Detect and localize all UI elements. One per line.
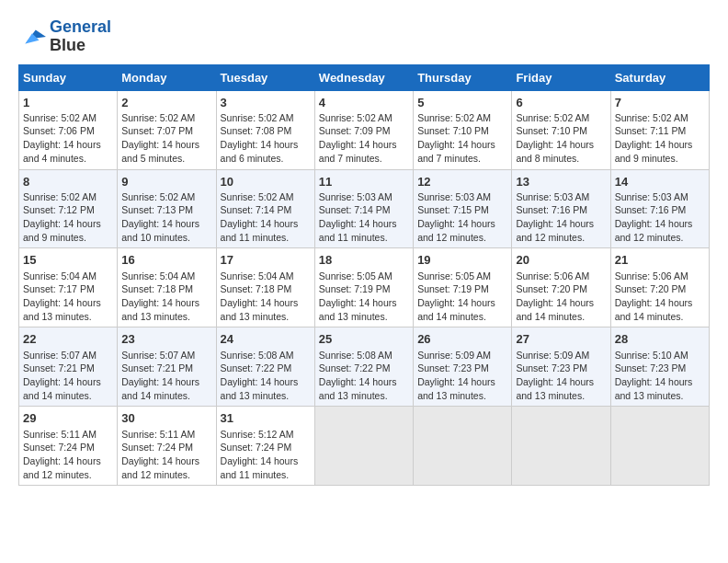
- day-cell: 7Sunrise: 5:02 AMSunset: 7:11 PMDaylight…: [610, 90, 709, 169]
- day-info: Sunrise: 5:03 AMSunset: 7:16 PMDaylight:…: [516, 190, 606, 245]
- day-cell: 24Sunrise: 5:08 AMSunset: 7:22 PMDayligh…: [216, 327, 314, 407]
- day-cell: 8Sunrise: 5:02 AMSunset: 7:12 PMDaylight…: [19, 169, 118, 248]
- day-cell: 31Sunrise: 5:12 AMSunset: 7:24 PMDayligh…: [216, 407, 314, 486]
- day-info: Sunrise: 5:09 AMSunset: 7:23 PMDaylight:…: [516, 349, 606, 403]
- header-cell-friday: Friday: [512, 64, 610, 90]
- day-number: 16: [121, 252, 211, 269]
- day-number: 18: [319, 252, 409, 269]
- day-number: 24: [221, 331, 311, 348]
- day-info: Sunrise: 5:09 AMSunset: 7:23 PMDaylight:…: [417, 349, 507, 403]
- day-info: Sunrise: 5:11 AMSunset: 7:24 PMDaylight:…: [23, 428, 113, 482]
- day-info: Sunrise: 5:03 AMSunset: 7:15 PMDaylight:…: [417, 190, 507, 245]
- day-info: Sunrise: 5:05 AMSunset: 7:19 PMDaylight:…: [417, 270, 507, 324]
- header-cell-sunday: Sunday: [19, 64, 118, 90]
- day-cell: 10Sunrise: 5:02 AMSunset: 7:14 PMDayligh…: [216, 169, 314, 248]
- day-number: 21: [615, 252, 705, 269]
- day-number: 25: [319, 331, 409, 348]
- day-cell: 4Sunrise: 5:02 AMSunset: 7:09 PMDaylight…: [314, 90, 413, 169]
- day-info: Sunrise: 5:02 AMSunset: 7:12 PMDaylight:…: [23, 190, 113, 245]
- day-cell: 15Sunrise: 5:04 AMSunset: 7:17 PMDayligh…: [19, 248, 118, 327]
- day-info: Sunrise: 5:11 AMSunset: 7:24 PMDaylight:…: [121, 428, 211, 482]
- week-row-2: 8Sunrise: 5:02 AMSunset: 7:12 PMDaylight…: [19, 169, 710, 248]
- calendar-header: SundayMondayTuesdayWednesdayThursdayFrid…: [19, 64, 710, 90]
- day-number: 29: [23, 410, 113, 427]
- day-info: Sunrise: 5:02 AMSunset: 7:14 PMDaylight:…: [221, 190, 311, 245]
- day-info: Sunrise: 5:08 AMSunset: 7:22 PMDaylight:…: [319, 349, 409, 403]
- day-number: 11: [319, 174, 409, 190]
- calendar-body: 1Sunrise: 5:02 AMSunset: 7:06 PMDaylight…: [19, 90, 710, 486]
- day-cell: 30Sunrise: 5:11 AMSunset: 7:24 PMDayligh…: [118, 407, 216, 486]
- day-info: Sunrise: 5:10 AMSunset: 7:23 PMDaylight:…: [615, 349, 705, 403]
- logo: GeneralBlue: [18, 18, 111, 55]
- day-cell: 29Sunrise: 5:11 AMSunset: 7:24 PMDayligh…: [19, 407, 118, 486]
- day-number: 1: [23, 95, 113, 111]
- week-row-3: 15Sunrise: 5:04 AMSunset: 7:17 PMDayligh…: [19, 248, 710, 327]
- day-number: 12: [417, 174, 507, 190]
- page-header: GeneralBlue: [18, 18, 710, 55]
- day-info: Sunrise: 5:06 AMSunset: 7:20 PMDaylight:…: [516, 270, 606, 324]
- day-number: 10: [221, 174, 311, 190]
- day-cell: 13Sunrise: 5:03 AMSunset: 7:16 PMDayligh…: [512, 169, 610, 248]
- day-info: Sunrise: 5:04 AMSunset: 7:18 PMDaylight:…: [121, 270, 211, 324]
- day-cell: 14Sunrise: 5:03 AMSunset: 7:16 PMDayligh…: [610, 169, 709, 248]
- week-row-1: 1Sunrise: 5:02 AMSunset: 7:06 PMDaylight…: [19, 90, 710, 169]
- day-info: Sunrise: 5:02 AMSunset: 7:10 PMDaylight:…: [516, 111, 606, 166]
- day-info: Sunrise: 5:04 AMSunset: 7:17 PMDaylight:…: [23, 270, 113, 324]
- day-cell: 9Sunrise: 5:02 AMSunset: 7:13 PMDaylight…: [118, 169, 216, 248]
- day-cell: 26Sunrise: 5:09 AMSunset: 7:23 PMDayligh…: [414, 327, 512, 407]
- day-number: 26: [417, 331, 507, 348]
- day-cell: [512, 407, 610, 486]
- header-cell-wednesday: Wednesday: [314, 64, 413, 90]
- day-info: Sunrise: 5:02 AMSunset: 7:11 PMDaylight:…: [615, 111, 705, 166]
- day-number: 30: [121, 410, 211, 427]
- day-info: Sunrise: 5:07 AMSunset: 7:21 PMDaylight:…: [23, 349, 113, 403]
- day-cell: 3Sunrise: 5:02 AMSunset: 7:08 PMDaylight…: [216, 90, 314, 169]
- week-row-4: 22Sunrise: 5:07 AMSunset: 7:21 PMDayligh…: [19, 327, 710, 407]
- day-number: 4: [319, 95, 409, 111]
- day-info: Sunrise: 5:05 AMSunset: 7:19 PMDaylight:…: [319, 270, 409, 324]
- day-cell: 16Sunrise: 5:04 AMSunset: 7:18 PMDayligh…: [118, 248, 216, 327]
- day-cell: 22Sunrise: 5:07 AMSunset: 7:21 PMDayligh…: [19, 327, 118, 407]
- day-cell: 12Sunrise: 5:03 AMSunset: 7:15 PMDayligh…: [414, 169, 512, 248]
- day-cell: 28Sunrise: 5:10 AMSunset: 7:23 PMDayligh…: [610, 327, 709, 407]
- day-cell: 20Sunrise: 5:06 AMSunset: 7:20 PMDayligh…: [512, 248, 610, 327]
- day-info: Sunrise: 5:03 AMSunset: 7:16 PMDaylight:…: [615, 190, 705, 245]
- day-info: Sunrise: 5:07 AMSunset: 7:21 PMDaylight:…: [121, 349, 211, 403]
- day-number: 14: [615, 174, 705, 190]
- day-number: 19: [417, 252, 507, 269]
- day-number: 8: [23, 174, 113, 190]
- day-cell: [314, 407, 413, 486]
- day-cell: 27Sunrise: 5:09 AMSunset: 7:23 PMDayligh…: [512, 327, 610, 407]
- day-info: Sunrise: 5:12 AMSunset: 7:24 PMDaylight:…: [221, 428, 311, 482]
- header-cell-saturday: Saturday: [610, 64, 709, 90]
- day-cell: [414, 407, 512, 486]
- day-cell: 19Sunrise: 5:05 AMSunset: 7:19 PMDayligh…: [414, 248, 512, 327]
- day-info: Sunrise: 5:02 AMSunset: 7:07 PMDaylight:…: [121, 111, 211, 166]
- day-number: 23: [121, 331, 211, 348]
- day-cell: 6Sunrise: 5:02 AMSunset: 7:10 PMDaylight…: [512, 90, 610, 169]
- day-number: 31: [221, 410, 311, 427]
- day-cell: 25Sunrise: 5:08 AMSunset: 7:22 PMDayligh…: [314, 327, 413, 407]
- day-cell: 18Sunrise: 5:05 AMSunset: 7:19 PMDayligh…: [314, 248, 413, 327]
- day-number: 20: [516, 252, 606, 269]
- header-cell-monday: Monday: [118, 64, 216, 90]
- day-info: Sunrise: 5:02 AMSunset: 7:10 PMDaylight:…: [417, 111, 507, 166]
- day-number: 22: [23, 331, 113, 348]
- header-cell-thursday: Thursday: [414, 64, 512, 90]
- day-info: Sunrise: 5:02 AMSunset: 7:08 PMDaylight:…: [221, 111, 311, 166]
- day-number: 5: [417, 95, 507, 111]
- day-cell: 17Sunrise: 5:04 AMSunset: 7:18 PMDayligh…: [216, 248, 314, 327]
- day-info: Sunrise: 5:02 AMSunset: 7:06 PMDaylight:…: [23, 111, 113, 166]
- day-number: 28: [615, 331, 705, 348]
- day-info: Sunrise: 5:02 AMSunset: 7:09 PMDaylight:…: [319, 111, 409, 166]
- day-number: 7: [615, 95, 705, 111]
- day-cell: 21Sunrise: 5:06 AMSunset: 7:20 PMDayligh…: [610, 248, 709, 327]
- logo-icon: [18, 23, 46, 51]
- day-number: 13: [516, 174, 606, 190]
- day-info: Sunrise: 5:08 AMSunset: 7:22 PMDaylight:…: [221, 349, 311, 403]
- day-info: Sunrise: 5:06 AMSunset: 7:20 PMDaylight:…: [615, 270, 705, 324]
- week-row-5: 29Sunrise: 5:11 AMSunset: 7:24 PMDayligh…: [19, 407, 710, 486]
- day-number: 3: [221, 95, 311, 111]
- day-cell: 11Sunrise: 5:03 AMSunset: 7:14 PMDayligh…: [314, 169, 413, 248]
- day-cell: 2Sunrise: 5:02 AMSunset: 7:07 PMDaylight…: [118, 90, 216, 169]
